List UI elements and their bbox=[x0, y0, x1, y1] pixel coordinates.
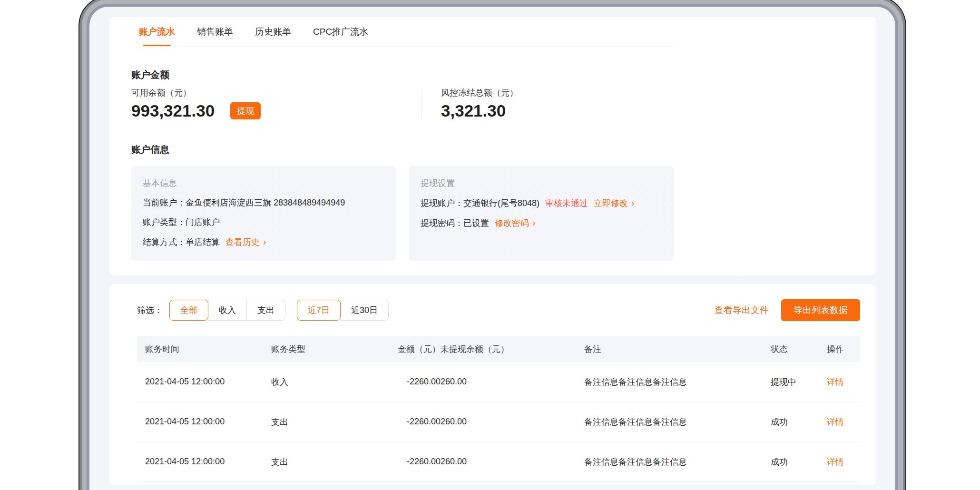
detail-link[interactable]: 详情 bbox=[827, 417, 844, 427]
balance-row: 可用余额（元） 993,321.30 提现 风控冻结总额（元） 3,321.30 bbox=[131, 88, 854, 121]
cell-note: 备注信息备注信息备注信息 bbox=[584, 456, 771, 468]
cell-amount: -2260.00 bbox=[398, 377, 441, 387]
type-filter-group: 全部收入支出 bbox=[169, 300, 285, 321]
available-balance-value-row: 993,321.30 提现 bbox=[131, 101, 421, 121]
info-row-value: 交通银行(尾号8048) bbox=[463, 198, 539, 208]
tab-cpc-flow[interactable]: CPC推广流水 bbox=[313, 17, 368, 47]
column-header: 账务时间 bbox=[137, 343, 271, 355]
info-row-label: 提现密码： bbox=[421, 218, 463, 228]
column-header: 未提现余额（元） bbox=[441, 343, 584, 355]
cell-amount: -2260.00 bbox=[398, 417, 441, 427]
account-amount-title: 账户金额 bbox=[131, 68, 854, 81]
withdraw-settings-card-title: 提现设置 bbox=[421, 177, 662, 189]
detail-link[interactable]: 详情 bbox=[827, 457, 844, 467]
cell-status: 成功 bbox=[771, 456, 827, 468]
available-balance-label: 可用余额（元） bbox=[131, 88, 421, 97]
basic-info-card: 基本信息当前账户：金鱼便利店海淀西三旗 283848489494949账户类型：… bbox=[131, 166, 396, 261]
tab-history-bills[interactable]: 历史账单 bbox=[255, 17, 291, 47]
page: 账户流水销售账单历史账单CPC推广流水 账户金额 可用余额（元） 993,321… bbox=[0, 0, 980, 490]
cell-balance: 260.00 bbox=[441, 377, 584, 387]
tab-account-flow[interactable]: 账户流水 bbox=[139, 17, 175, 47]
info-row-label: 当前账户： bbox=[143, 198, 186, 207]
filter-type-all[interactable]: 全部 bbox=[169, 300, 208, 321]
cell-action: 详情 bbox=[827, 376, 858, 388]
available-balance-block: 可用余额（元） 993,321.30 提现 bbox=[131, 88, 421, 121]
table-body: 2021-04-05 12:00:00收入-2260.00260.00备注信息备… bbox=[137, 362, 860, 482]
info-row: 账户类型：门店账户 bbox=[143, 216, 384, 228]
info-row-value: 门店账户 bbox=[186, 217, 220, 227]
export-list-button[interactable]: 导出列表数据 bbox=[781, 299, 860, 321]
table-row: 2021-04-05 12:00:00支出-2260.00260.00备注信息备… bbox=[137, 442, 860, 482]
filter-date-7days[interactable]: 近7日 bbox=[297, 300, 341, 321]
filter-type-income[interactable]: 收入 bbox=[208, 300, 247, 321]
info-row: 提现账户：交通银行(尾号8048)审核未通过立即修改 bbox=[421, 197, 662, 209]
tab-sales-bills[interactable]: 销售账单 bbox=[197, 17, 233, 47]
withdraw-settings-card: 提现设置提现账户：交通银行(尾号8048)审核未通过立即修改提现密码：已设置修改… bbox=[409, 166, 674, 261]
column-header: 账务类型 bbox=[271, 343, 398, 355]
info-row-label: 账户类型： bbox=[143, 217, 186, 227]
table-header: 账务时间账务类型金额（元）未提现余额（元）备注状态操作 bbox=[137, 336, 860, 362]
audit-failed-text: 审核未通过 bbox=[545, 198, 588, 208]
frozen-balance-value: 3,321.30 bbox=[441, 101, 506, 121]
cell-note: 备注信息备注信息备注信息 bbox=[584, 376, 771, 388]
info-row-value: 已设置 bbox=[463, 218, 489, 228]
cell-time: 2021-04-05 12:00:00 bbox=[137, 417, 271, 427]
column-header: 金额（元） bbox=[398, 343, 441, 355]
info-row-value: 单店结算 bbox=[186, 237, 220, 247]
filter-left: 筛选： 全部收入支出 近7日近30日 bbox=[137, 300, 400, 321]
cell-balance: 260.00 bbox=[441, 417, 584, 427]
cell-time: 2021-04-05 12:00:00 bbox=[137, 377, 271, 387]
account-overview-card: 账户流水销售账单历史账单CPC推广流水 账户金额 可用余额（元） 993,321… bbox=[109, 17, 876, 275]
cell-amount: -2260.00 bbox=[398, 457, 441, 467]
cell-status: 提现中 bbox=[771, 376, 827, 388]
frozen-balance-value-row: 3,321.30 bbox=[441, 101, 518, 121]
frozen-balance-block: 风控冻结总额（元） 3,321.30 bbox=[422, 88, 518, 121]
filter-row: 筛选： 全部收入支出 近7日近30日 查看导出文件 导出列表数据 bbox=[137, 299, 860, 321]
tabs-row: 账户流水销售账单历史账单CPC推广流水 bbox=[109, 17, 876, 47]
info-row: 当前账户：金鱼便利店海淀西三旗 283848489494949 bbox=[143, 197, 384, 208]
info-row: 结算方式：单店结算查看历史 bbox=[143, 236, 384, 248]
cell-balance: 260.00 bbox=[441, 457, 584, 467]
filter-date-30days[interactable]: 近30日 bbox=[340, 300, 389, 321]
frozen-balance-label: 风控冻结总额（元） bbox=[441, 88, 518, 97]
info-row-value: 金鱼便利店海淀西三旗 283848489494949 bbox=[186, 198, 345, 207]
cell-action: 详情 bbox=[827, 416, 858, 428]
cell-type: 支出 bbox=[271, 416, 398, 428]
cell-action: 详情 bbox=[827, 456, 858, 468]
cell-status: 成功 bbox=[771, 416, 827, 428]
change-password-link[interactable]: 修改密码 bbox=[495, 218, 536, 228]
column-header: 备注 bbox=[584, 343, 771, 355]
table-row: 2021-04-05 12:00:00支出-2260.00260.00备注信息备… bbox=[137, 402, 860, 442]
cell-note: 备注信息备注信息备注信息 bbox=[584, 416, 771, 428]
view-export-files-link[interactable]: 查看导出文件 bbox=[715, 304, 769, 316]
column-header: 操作 bbox=[827, 343, 858, 355]
cell-type: 支出 bbox=[271, 456, 398, 468]
view-history-link[interactable]: 查看历史 bbox=[225, 237, 266, 247]
account-overview-body: 账户金额 可用余额（元） 993,321.30 提现 风控冻结总额（元） bbox=[109, 47, 876, 275]
available-balance-value: 993,321.30 bbox=[131, 101, 215, 121]
column-header: 状态 bbox=[771, 343, 827, 355]
cell-time: 2021-04-05 12:00:00 bbox=[137, 457, 271, 467]
filter-right: 查看导出文件 导出列表数据 bbox=[715, 299, 860, 321]
cell-type: 收入 bbox=[271, 376, 398, 388]
date-filter-group: 近7日近30日 bbox=[297, 300, 389, 321]
info-cards-row: 基本信息当前账户：金鱼便利店海淀西三旗 283848489494949账户类型：… bbox=[131, 166, 854, 261]
basic-info-card-title: 基本信息 bbox=[143, 177, 384, 189]
account-info-title: 账户信息 bbox=[131, 143, 854, 156]
transactions-table: 账务时间账务类型金额（元）未提现余额（元）备注状态操作 2021-04-05 1… bbox=[137, 336, 860, 482]
info-row-label: 结算方式： bbox=[143, 237, 186, 247]
info-row-label: 提现账户： bbox=[421, 198, 463, 208]
transactions-card: 筛选： 全部收入支出 近7日近30日 查看导出文件 导出列表数据 账务时间账务类… bbox=[109, 284, 876, 485]
detail-link[interactable]: 详情 bbox=[827, 377, 844, 387]
withdraw-button[interactable]: 提现 bbox=[230, 102, 261, 119]
table-row: 2021-04-05 12:00:00收入-2260.00260.00备注信息备… bbox=[137, 362, 860, 402]
filter-label: 筛选： bbox=[137, 304, 163, 316]
device-frame: 账户流水销售账单历史账单CPC推广流水 账户金额 可用余额（元） 993,321… bbox=[87, 4, 898, 490]
screen: 账户流水销售账单历史账单CPC推广流水 账户金额 可用余额（元） 993,321… bbox=[89, 7, 895, 490]
modify-now-link[interactable]: 立即修改 bbox=[594, 198, 635, 208]
filter-type-expense[interactable]: 支出 bbox=[246, 300, 285, 321]
info-row: 提现密码：已设置修改密码 bbox=[421, 217, 662, 229]
